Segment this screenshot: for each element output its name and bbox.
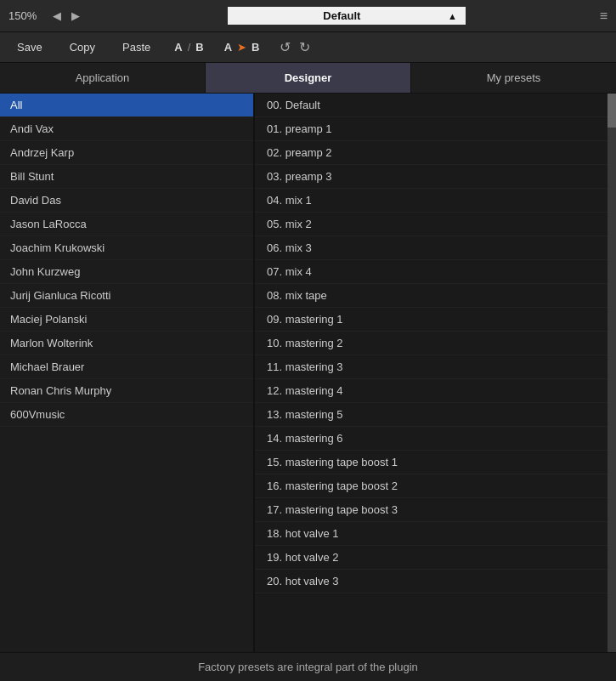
right-scrollbar[interactable]: [608, 94, 616, 681]
preset-dropdown[interactable]: Default ▲: [93, 7, 600, 25]
ab-slash: /: [188, 41, 191, 54]
author-item-joachim-krukowski[interactable]: Joachim Krukowski: [0, 236, 253, 260]
tab-my-presets[interactable]: My presets: [411, 63, 616, 93]
status-bar: Factory presets are integral part of the…: [0, 652, 616, 681]
copy-button[interactable]: Copy: [66, 39, 99, 55]
author-item-ronan-chris-murphy[interactable]: Ronan Chris Murphy: [0, 379, 253, 403]
dropdown-arrow-icon: ▲: [448, 11, 457, 21]
toolbar: Save Copy Paste A / B A ➤ B ↺ ↻: [0, 32, 616, 63]
author-item-all[interactable]: All: [0, 94, 253, 117]
ab-section: A / B: [174, 41, 203, 54]
preset-item-p04[interactable]: 04. mix 1: [255, 189, 616, 213]
author-item-andi-vax[interactable]: Andi Vax: [0, 117, 253, 141]
author-item-john-kurzweg[interactable]: John Kurzweg: [0, 260, 253, 284]
app-window: 150% ◀ ▶ Default ▲ ≡ Save Copy Paste A /…: [0, 0, 616, 681]
author-item-600vmusic[interactable]: 600Vmusic: [0, 403, 253, 427]
tab-my-presets-label: My presets: [487, 71, 541, 84]
preset-item-p02[interactable]: 02. preamp 2: [255, 141, 616, 165]
preset-item-p00[interactable]: 00. Default: [255, 94, 616, 117]
status-text: Factory presets are integral part of the…: [198, 661, 418, 673]
preset-item-p11[interactable]: 11. mastering 3: [255, 355, 616, 379]
nav-back-button[interactable]: ◀: [49, 8, 65, 24]
preset-name-label: Default: [236, 9, 448, 22]
a-label: A: [174, 41, 182, 54]
preset-item-p14[interactable]: 14. mastering 6: [255, 427, 616, 451]
preset-item-p16[interactable]: 16. mastering tape boost 2: [255, 474, 616, 498]
preset-item-p13[interactable]: 13. mastering 5: [255, 403, 616, 427]
author-item-jurij-gianluca-ricotti[interactable]: Jurij Gianluca Ricotti: [0, 284, 253, 308]
undo-redo-group: ↺ ↻: [280, 39, 310, 55]
preset-item-p09[interactable]: 09. mastering 1: [255, 308, 616, 332]
nav-forward-button[interactable]: ▶: [68, 8, 83, 24]
tab-application[interactable]: Application: [0, 63, 206, 93]
zoom-level: 150%: [8, 9, 42, 22]
preset-item-p05[interactable]: 05. mix 2: [255, 213, 616, 236]
tab-designer[interactable]: Designer: [206, 63, 411, 93]
save-button[interactable]: Save: [14, 39, 46, 55]
author-item-marlon-wolterink[interactable]: Marlon Wolterink: [0, 332, 253, 355]
preset-item-p06[interactable]: 06. mix 3: [255, 236, 616, 260]
b-copy-label: B: [251, 41, 259, 54]
preset-item-p20[interactable]: 20. hot valve 3: [255, 570, 616, 593]
author-item-michael-brauer[interactable]: Michael Brauer: [0, 355, 253, 379]
right-scrollbar-thumb: [608, 94, 616, 128]
author-item-andrzej-karp[interactable]: Andrzej Karp: [0, 141, 253, 165]
preset-item-p19[interactable]: 19. hot valve 2: [255, 546, 616, 570]
tab-designer-label: Designer: [285, 71, 332, 84]
panels-row: AllAndi VaxAndrzej KarpBill StuntDavid D…: [0, 94, 616, 681]
ab-copy-section: A ➤ B: [224, 41, 260, 54]
b-label: B: [195, 41, 203, 54]
preset-item-p12[interactable]: 12. mastering 4: [255, 379, 616, 403]
author-item-bill-stunt[interactable]: Bill Stunt: [0, 165, 253, 189]
tab-bar: Application Designer My presets: [0, 63, 616, 94]
paste-button[interactable]: Paste: [119, 39, 154, 55]
preset-item-p08[interactable]: 08. mix tape: [255, 284, 616, 308]
top-bar: 150% ◀ ▶ Default ▲ ≡: [0, 0, 616, 32]
a-copy-label: A: [224, 41, 232, 54]
menu-icon[interactable]: ≡: [600, 9, 608, 24]
author-item-jason-larocca[interactable]: Jason LaRocca: [0, 213, 253, 236]
authors-panel: AllAndi VaxAndrzej KarpBill StuntDavid D…: [0, 94, 255, 681]
undo-button[interactable]: ↺: [280, 39, 291, 55]
preset-item-p10[interactable]: 10. mastering 2: [255, 332, 616, 355]
preset-item-p18[interactable]: 18. hot valve 1: [255, 522, 616, 546]
nav-arrows: ◀ ▶: [49, 8, 83, 24]
tab-application-label: Application: [76, 71, 130, 84]
ab-arrow-icon: ➤: [237, 41, 246, 54]
redo-button[interactable]: ↻: [299, 39, 310, 55]
preset-item-p17[interactable]: 17. mastering tape boost 3: [255, 498, 616, 522]
preset-item-p15[interactable]: 15. mastering tape boost 1: [255, 451, 616, 474]
author-item-maciej-polanski[interactable]: Maciej Polanski: [0, 308, 253, 332]
preset-item-p07[interactable]: 07. mix 4: [255, 260, 616, 284]
preset-item-p03[interactable]: 03. preamp 3: [255, 165, 616, 189]
preset-item-p01[interactable]: 01. preamp 1: [255, 117, 616, 141]
presets-panel: 00. Default01. preamp 102. preamp 203. p…: [255, 94, 616, 681]
preset-select-box[interactable]: Default ▲: [228, 7, 466, 25]
author-item-david-das[interactable]: David Das: [0, 189, 253, 213]
